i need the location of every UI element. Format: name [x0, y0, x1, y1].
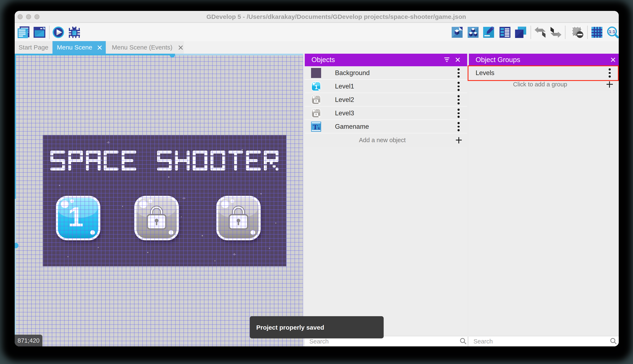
- svg-text:T: T: [313, 123, 318, 131]
- svg-text:1:1: 1:1: [609, 29, 615, 34]
- svg-text:x: x: [318, 126, 320, 130]
- svg-text:1: 1: [314, 84, 318, 90]
